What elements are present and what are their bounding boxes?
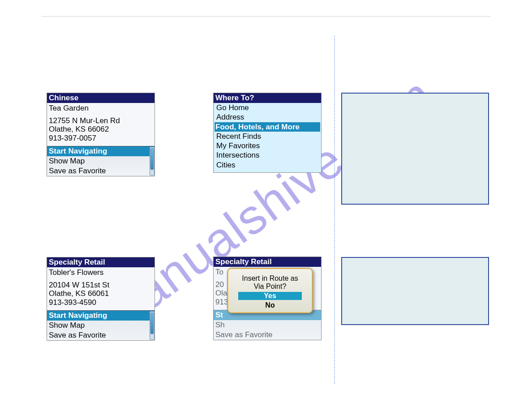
device-screen-dialog: Specialty Retail To 20 Ola 913 St Sh Sav… [213, 257, 322, 340]
action-menu-dimmed: St Sh Save as Favorite [214, 310, 321, 340]
scroll-thumb[interactable] [150, 313, 154, 334]
scrollbar[interactable] [150, 147, 154, 176]
save-favorite-item[interactable]: Save as Favorite [47, 330, 154, 340]
cities-item[interactable]: Cities [215, 160, 319, 170]
start-navigating-item[interactable]: Start Navigating [47, 146, 154, 156]
titlebar: Specialty Retail [47, 257, 154, 267]
header-rule [41, 16, 491, 17]
where-to-list: Go Home Address Food, Hotels, and More R… [214, 103, 321, 172]
poi-info: Tobler's Flowers 20104 W 151st St Olathe… [47, 267, 154, 310]
save-favorite-item[interactable]: Save as Favorite [47, 166, 154, 176]
poi-name: Tea Garden [49, 104, 153, 113]
titlebar: Chinese [47, 93, 154, 103]
dialog-text-line1: Insert in Route as [232, 274, 308, 283]
start-navigating-item[interactable]: Start Navigating [47, 311, 154, 321]
callout-box-top [341, 93, 489, 205]
show-map-item[interactable]: Show Map [47, 321, 154, 330]
my-favorites-item[interactable]: My Favorites [215, 141, 319, 150]
device-screen-specialty: Specialty Retail Tobler's Flowers 20104 … [47, 257, 155, 341]
action-menu: Start Navigating Show Map Save as Favori… [47, 310, 154, 340]
intersections-item[interactable]: Intersections [215, 150, 319, 160]
poi-name: Tobler's Flowers [49, 268, 153, 277]
yes-button[interactable]: Yes [238, 292, 302, 300]
show-map-item: Sh [214, 320, 321, 330]
poi-addr1: 20104 W 151st St [49, 281, 153, 290]
scroll-thumb[interactable] [150, 148, 154, 170]
callout-box-bottom [341, 257, 489, 325]
poi-addr2: Olathe, KS 66062 [49, 125, 153, 134]
device-screen-chinese: Chinese Tea Garden 12755 N Mur-Len Rd Ol… [47, 93, 155, 176]
recent-finds-item[interactable]: Recent Finds [215, 132, 319, 141]
via-point-dialog: Insert in Route as Via Point? Yes No [227, 268, 313, 313]
food-hotels-item[interactable]: Food, Hotels, and More [215, 122, 320, 132]
go-home-item[interactable]: Go Home [215, 103, 319, 112]
titlebar: Specialty Retail [214, 257, 321, 267]
poi-phone: 913-393-4590 [49, 298, 153, 307]
device-screen-where-to: Where To? Go Home Address Food, Hotels, … [213, 93, 322, 173]
divider-line [334, 36, 335, 384]
dialog-text-line2: Via Point? [232, 283, 308, 291]
show-map-item[interactable]: Show Map [47, 156, 154, 166]
poi-phone: 913-397-0057 [49, 134, 153, 143]
poi-addr1: 12755 N Mur-Len Rd [49, 116, 153, 125]
action-menu: Start Navigating Show Map Save as Favori… [47, 146, 154, 176]
titlebar: Where To? [214, 93, 321, 103]
poi-info: Tea Garden 12755 N Mur-Len Rd Olathe, KS… [47, 103, 154, 146]
address-item[interactable]: Address [215, 112, 319, 122]
scrollbar[interactable] [150, 311, 154, 340]
poi-addr2: Olathe, KS 66061 [49, 289, 153, 298]
save-favorite-item: Save as Favorite [214, 330, 321, 340]
no-button[interactable]: No [238, 301, 302, 309]
